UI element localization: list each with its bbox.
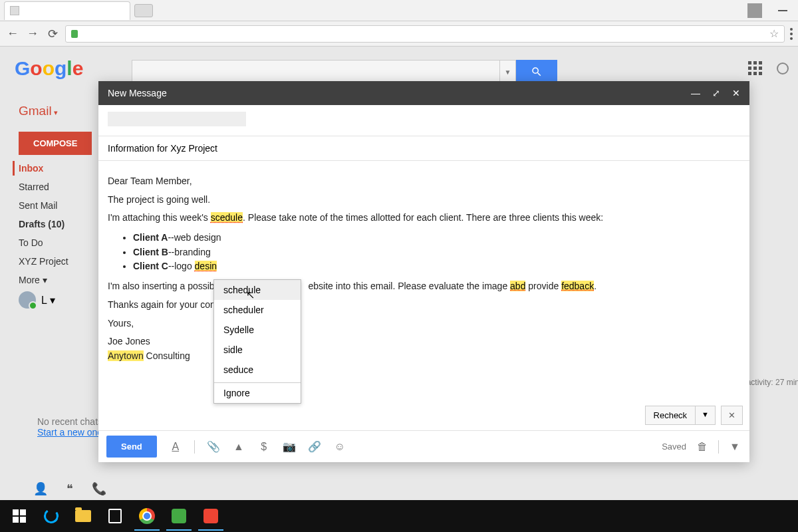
suggestion-item[interactable]: seduce xyxy=(214,360,301,380)
spellcheck-menu: schedule scheduler Sydelle sidle seduce … xyxy=(213,279,301,404)
start-chat-link[interactable]: Start a new one xyxy=(37,427,102,438)
emoji-icon[interactable]: ☺ xyxy=(333,440,346,454)
suggestion-item[interactable]: Sydelle xyxy=(214,320,301,340)
nav-inbox[interactable]: Inbox xyxy=(13,161,68,176)
misspelling-desin[interactable]: desin xyxy=(195,261,217,271)
misspelling-anytown[interactable]: Anytown xyxy=(108,350,144,361)
suggestion-item[interactable]: scheduler xyxy=(214,300,301,320)
forward-button[interactable]: → xyxy=(25,27,40,41)
misspelling-fedback[interactable]: fedback xyxy=(561,281,594,291)
misspelling-abd[interactable]: abd xyxy=(510,281,525,291)
browser-tab[interactable] xyxy=(4,1,130,20)
compose-header[interactable]: New Message — ⤢ ✕ xyxy=(98,81,749,105)
list-item: Client A--web design xyxy=(133,231,740,245)
nav-todo[interactable]: To Do xyxy=(19,235,68,250)
recheck-close-icon[interactable]: ✕ xyxy=(721,406,743,425)
sidebar-nav: Inbox Starred Sent Mail Drafts (10) To D… xyxy=(19,161,68,287)
window-minimize-icon[interactable] xyxy=(778,10,787,11)
body-p3: I'm also inserting a possibleebsite into… xyxy=(108,279,740,294)
compose-toolbar: Send A 📎 ▲ $ 📷 🔗 ☺ Saved 🗑 ▼ xyxy=(98,430,749,462)
compose-window: New Message — ⤢ ✕ Information for Xyz Pr… xyxy=(98,81,749,462)
formatting-icon[interactable]: A xyxy=(169,440,182,454)
drive-icon[interactable]: ▲ xyxy=(232,440,245,454)
suggestion-item[interactable]: schedule xyxy=(214,280,301,300)
ignore-option[interactable]: Ignore xyxy=(214,382,301,403)
photo-icon[interactable]: 📷 xyxy=(283,440,296,454)
send-button[interactable]: Send xyxy=(106,436,157,458)
body-p2: I'm attaching this week's scedule. Pleas… xyxy=(108,211,740,225)
attach-icon[interactable]: 📎 xyxy=(207,440,220,454)
compose-button[interactable]: COMPOSE xyxy=(19,132,92,155)
chrome-profile-icon[interactable] xyxy=(747,3,762,18)
app-red-icon[interactable] xyxy=(196,501,226,531)
bookmark-star-icon[interactable]: ☆ xyxy=(769,27,779,40)
misspelling-scedule[interactable]: scedule xyxy=(211,212,243,223)
search-icon xyxy=(531,66,543,78)
recipients-field[interactable] xyxy=(98,105,749,136)
suggestion-item[interactable]: sidle xyxy=(214,340,301,360)
search-button[interactable] xyxy=(516,60,557,84)
search-input[interactable]: ▼ xyxy=(132,60,516,84)
chat-empty-state: No recent chats Start a new one xyxy=(37,416,102,438)
spellcheck-bar: Recheck ▼ ✕ xyxy=(98,400,749,430)
body-p4: Thanks again for your contril xyxy=(108,298,740,313)
phone-icon[interactable]: 📞 xyxy=(92,481,106,496)
signature: Joe Jones Anytown Consulting xyxy=(108,334,740,363)
avatar-icon xyxy=(19,291,36,309)
nav-drafts[interactable]: Drafts (10) xyxy=(19,217,68,231)
chrome-menu-icon[interactable] xyxy=(790,28,793,40)
new-tab-button[interactable] xyxy=(134,4,153,17)
hangouts-icon[interactable]: ❝ xyxy=(66,481,73,496)
body-p1: The project is going well. xyxy=(108,193,740,207)
activity-text: t activity: 27 min xyxy=(742,378,798,387)
link-icon[interactable]: 🔗 xyxy=(308,440,321,454)
client-list: Client A--web design Client B--branding … xyxy=(133,231,740,274)
notifications-icon[interactable] xyxy=(777,63,789,74)
search-container: ▼ xyxy=(132,60,557,84)
discard-icon[interactable]: 🗑 xyxy=(696,440,709,454)
close-icon[interactable]: ✕ xyxy=(732,88,740,98)
search-dropdown-icon[interactable]: ▼ xyxy=(499,61,515,83)
saved-label: Saved xyxy=(662,442,686,452)
apps-grid-icon[interactable] xyxy=(748,61,762,75)
back-button[interactable]: ← xyxy=(5,27,20,41)
address-bar[interactable]: ☆ xyxy=(65,25,785,43)
contacts-icon[interactable]: 👤 xyxy=(33,481,48,496)
body-greeting: Dear Team Member, xyxy=(108,174,740,189)
browser-tab-strip xyxy=(0,0,798,21)
nav-more[interactable]: More ▾ xyxy=(19,273,68,287)
google-logo: Google xyxy=(15,57,83,80)
hangouts-user[interactable]: L ▾ xyxy=(19,291,55,309)
fullscreen-icon[interactable]: ⤢ xyxy=(712,88,720,98)
money-icon[interactable]: $ xyxy=(257,440,271,454)
recheck-button[interactable]: Recheck xyxy=(645,406,696,425)
reload-button[interactable]: ⟳ xyxy=(45,27,60,41)
windows-taskbar xyxy=(0,500,798,532)
page-icon xyxy=(10,6,19,15)
nav-starred[interactable]: Starred xyxy=(19,180,68,194)
store-icon[interactable] xyxy=(100,501,130,531)
list-item: Client C--logo desin xyxy=(133,259,740,274)
app-green-icon[interactable] xyxy=(164,501,194,531)
gmail-brand[interactable]: Gmail xyxy=(19,104,58,118)
nav-xyz[interactable]: XYZ Project xyxy=(19,254,68,269)
chat-empty-text: No recent chats xyxy=(37,416,102,427)
user-label: L ▾ xyxy=(41,294,55,307)
recheck-dropdown-icon[interactable]: ▼ xyxy=(696,406,716,425)
start-button[interactable] xyxy=(4,501,35,531)
hangouts-tabs: 👤 ❝ 📞 xyxy=(33,481,106,496)
edge-icon[interactable] xyxy=(36,501,66,531)
list-item: Client B--branding xyxy=(133,245,740,260)
body-closing: Yours, xyxy=(108,317,740,331)
explorer-icon[interactable] xyxy=(68,501,98,531)
lock-icon xyxy=(71,30,78,38)
more-options-icon[interactable]: ▼ xyxy=(728,440,741,454)
recipient-chip[interactable] xyxy=(108,112,246,126)
message-body[interactable]: Dear Team Member, The project is going w… xyxy=(98,161,749,400)
nav-sent[interactable]: Sent Mail xyxy=(19,198,68,213)
chrome-taskbar-icon[interactable] xyxy=(132,501,162,531)
compose-title: New Message xyxy=(108,88,167,98)
gmail-app: Google ▼ Gmail COMPOSE Inbox Starred Sen… xyxy=(0,47,798,500)
minimize-icon[interactable]: — xyxy=(691,88,700,98)
subject-field[interactable]: Information for Xyz Project xyxy=(98,136,749,161)
